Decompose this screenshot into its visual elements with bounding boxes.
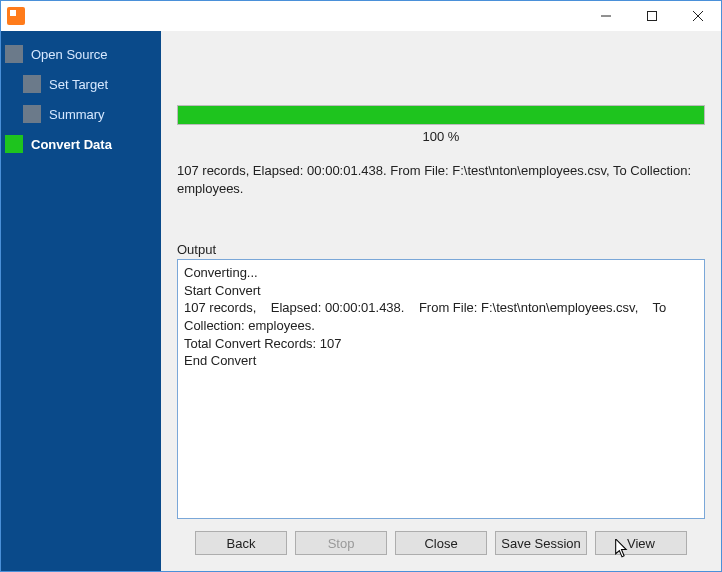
close-button-action[interactable]: Close	[395, 531, 487, 555]
view-button[interactable]: View	[595, 531, 687, 555]
sidebar-item-label: Set Target	[49, 77, 108, 92]
step-icon	[23, 75, 41, 93]
sidebar-item-open-source[interactable]: Open Source	[1, 39, 161, 69]
output-textbox[interactable]: Converting... Start Convert 107 records,…	[177, 259, 705, 519]
save-session-button[interactable]: Save Session	[495, 531, 587, 555]
sidebar-item-set-target[interactable]: Set Target	[1, 69, 161, 99]
stop-button: Stop	[295, 531, 387, 555]
sidebar-item-convert-data[interactable]: Convert Data	[1, 129, 161, 159]
minimize-button[interactable]	[583, 1, 629, 31]
step-icon	[23, 105, 41, 123]
sidebar-item-label: Open Source	[31, 47, 108, 62]
wizard-sidebar: Open Source Set Target Summary Convert D…	[1, 31, 161, 571]
back-button[interactable]: Back	[195, 531, 287, 555]
sidebar-item-summary[interactable]: Summary	[1, 99, 161, 129]
close-button[interactable]	[675, 1, 721, 31]
step-icon	[5, 45, 23, 63]
progress-section: 100 %	[177, 105, 705, 144]
step-icon	[5, 135, 23, 153]
titlebar	[1, 1, 721, 31]
svg-rect-1	[648, 12, 657, 21]
app-icon	[7, 7, 25, 25]
sidebar-item-label: Summary	[49, 107, 105, 122]
status-line: 107 records, Elapsed: 00:00:01.438. From…	[177, 162, 705, 198]
sidebar-item-label: Convert Data	[31, 137, 112, 152]
maximize-button[interactable]	[629, 1, 675, 31]
window-controls	[583, 1, 721, 31]
progress-fill	[178, 106, 704, 124]
output-label: Output	[177, 242, 705, 257]
progress-label: 100 %	[177, 129, 705, 144]
progress-bar	[177, 105, 705, 125]
button-row: Back Stop Close Save Session View	[177, 519, 705, 561]
main-panel: 100 % 107 records, Elapsed: 00:00:01.438…	[161, 31, 721, 571]
